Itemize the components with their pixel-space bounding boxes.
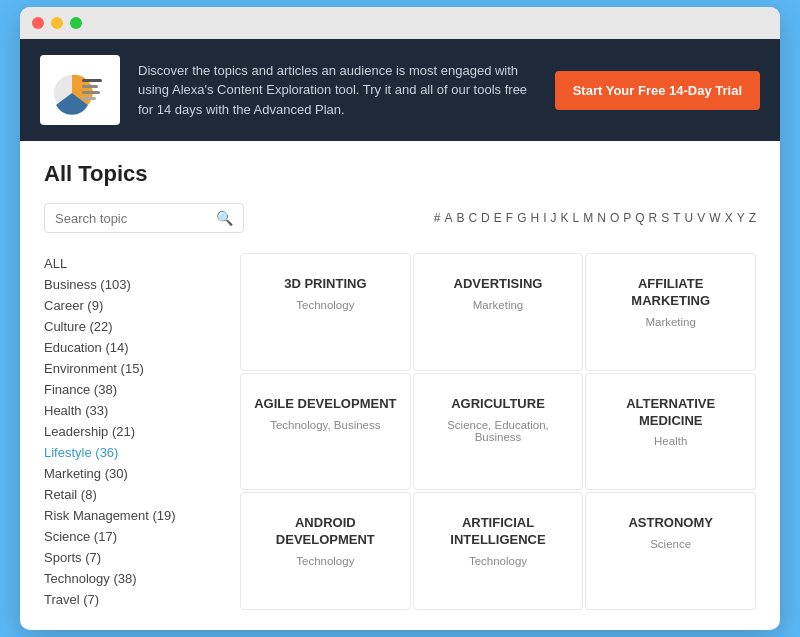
minimize-button[interactable] bbox=[51, 17, 63, 29]
maximize-button[interactable] bbox=[70, 17, 82, 29]
alpha-nav-n[interactable]: N bbox=[597, 211, 606, 225]
alpha-nav-y[interactable]: Y bbox=[737, 211, 745, 225]
alpha-nav-p[interactable]: P bbox=[623, 211, 631, 225]
topic-name: 3D PRINTING bbox=[253, 276, 398, 293]
topic-card[interactable]: AGILE DEVELOPMENTTechnology, Business bbox=[240, 373, 411, 491]
search-icon: 🔍 bbox=[216, 210, 233, 226]
sidebar-item[interactable]: Leadership (21) bbox=[44, 421, 224, 442]
topics-grid: 3D PRINTINGTechnologyADVERTISINGMarketin… bbox=[240, 253, 756, 610]
alpha-nav-w[interactable]: W bbox=[709, 211, 720, 225]
sidebar-item[interactable]: ALL bbox=[44, 253, 224, 274]
search-input[interactable] bbox=[55, 211, 208, 226]
alpha-nav-b[interactable]: B bbox=[456, 211, 464, 225]
alpha-nav-i[interactable]: I bbox=[543, 211, 546, 225]
sidebar-item[interactable]: Travel (7) bbox=[44, 589, 224, 610]
topic-category: Technology bbox=[253, 555, 398, 567]
topic-category: Technology, Business bbox=[253, 419, 398, 431]
topic-card[interactable]: ADVERTISINGMarketing bbox=[413, 253, 584, 371]
alpha-nav-m[interactable]: M bbox=[583, 211, 593, 225]
sidebar-item[interactable]: Business (103) bbox=[44, 274, 224, 295]
titlebar bbox=[20, 7, 780, 39]
topic-card[interactable]: ARTIFICIAL INTELLIGENCETechnology bbox=[413, 492, 584, 610]
alpha-nav-u[interactable]: U bbox=[685, 211, 694, 225]
alpha-nav-v[interactable]: V bbox=[697, 211, 705, 225]
topic-name: AFFILIATE MARKETING bbox=[598, 276, 743, 310]
sidebar-item[interactable]: Health (33) bbox=[44, 400, 224, 421]
alpha-nav-x[interactable]: X bbox=[725, 211, 733, 225]
topic-category: Technology bbox=[253, 299, 398, 311]
alpha-nav-j[interactable]: J bbox=[551, 211, 557, 225]
topic-name: ANDROID DEVELOPMENT bbox=[253, 515, 398, 549]
sidebar-item[interactable]: Retail (8) bbox=[44, 484, 224, 505]
alpha-nav-d[interactable]: D bbox=[481, 211, 490, 225]
topic-category: Health bbox=[598, 435, 743, 447]
sidebar-item[interactable]: Career (9) bbox=[44, 295, 224, 316]
alpha-nav-c[interactable]: C bbox=[468, 211, 477, 225]
topic-name: AGILE DEVELOPMENT bbox=[253, 396, 398, 413]
topic-name: ASTRONOMY bbox=[598, 515, 743, 532]
app-window: Discover the topics and articles an audi… bbox=[20, 7, 780, 630]
topic-card[interactable]: ANDROID DEVELOPMENTTechnology bbox=[240, 492, 411, 610]
alpha-nav-t[interactable]: T bbox=[673, 211, 680, 225]
topic-category: Science, Education, Business bbox=[426, 419, 571, 443]
sidebar-item[interactable]: Finance (38) bbox=[44, 379, 224, 400]
alpha-nav-s[interactable]: S bbox=[661, 211, 669, 225]
trial-cta-button[interactable]: Start Your Free 14-Day Trial bbox=[555, 71, 760, 110]
topic-card[interactable]: AGRICULTUREScience, Education, Business bbox=[413, 373, 584, 491]
main-content: All Topics 🔍 #ABCDEFGHIJKLMNOPQRSTUVWXYZ… bbox=[20, 141, 780, 630]
sidebar-item[interactable]: Risk Management (19) bbox=[44, 505, 224, 526]
main-area: ALLBusiness (103)Career (9)Culture (22)E… bbox=[44, 253, 756, 610]
alpha-nav-h[interactable]: H bbox=[530, 211, 539, 225]
banner-description: Discover the topics and articles an audi… bbox=[138, 61, 537, 120]
alpha-nav-o[interactable]: O bbox=[610, 211, 619, 225]
sidebar-item[interactable]: Culture (22) bbox=[44, 316, 224, 337]
sidebar-item[interactable]: Science (17) bbox=[44, 526, 224, 547]
logo-graphic bbox=[50, 63, 110, 118]
topic-category: Technology bbox=[426, 555, 571, 567]
alpha-nav-e[interactable]: E bbox=[494, 211, 502, 225]
alpha-navigation: #ABCDEFGHIJKLMNOPQRSTUVWXYZ bbox=[434, 211, 756, 225]
alpha-nav-#[interactable]: # bbox=[434, 211, 441, 225]
sidebar-item[interactable]: Sports (7) bbox=[44, 547, 224, 568]
promo-banner: Discover the topics and articles an audi… bbox=[20, 39, 780, 141]
alexa-logo bbox=[40, 55, 120, 125]
alpha-nav-f[interactable]: F bbox=[506, 211, 513, 225]
page-title: All Topics bbox=[44, 161, 756, 187]
alpha-nav-l[interactable]: L bbox=[573, 211, 580, 225]
svg-rect-3 bbox=[82, 91, 100, 94]
topic-card[interactable]: ALTERNATIVE MEDICINEHealth bbox=[585, 373, 756, 491]
sidebar: ALLBusiness (103)Career (9)Culture (22)E… bbox=[44, 253, 224, 610]
topic-card[interactable]: 3D PRINTINGTechnology bbox=[240, 253, 411, 371]
alpha-nav-q[interactable]: Q bbox=[635, 211, 644, 225]
toolbar: 🔍 #ABCDEFGHIJKLMNOPQRSTUVWXYZ bbox=[44, 203, 756, 233]
topic-category: Science bbox=[598, 538, 743, 550]
topic-name: ALTERNATIVE MEDICINE bbox=[598, 396, 743, 430]
topic-name: ARTIFICIAL INTELLIGENCE bbox=[426, 515, 571, 549]
sidebar-item[interactable]: Education (14) bbox=[44, 337, 224, 358]
topic-category: Marketing bbox=[598, 316, 743, 328]
close-button[interactable] bbox=[32, 17, 44, 29]
sidebar-item[interactable]: Lifestyle (36) bbox=[44, 442, 224, 463]
svg-rect-2 bbox=[82, 85, 98, 88]
alpha-nav-g[interactable]: G bbox=[517, 211, 526, 225]
sidebar-item[interactable]: Environment (15) bbox=[44, 358, 224, 379]
alpha-nav-z[interactable]: Z bbox=[749, 211, 756, 225]
sidebar-item[interactable]: Technology (38) bbox=[44, 568, 224, 589]
svg-rect-1 bbox=[82, 79, 102, 82]
alpha-nav-a[interactable]: A bbox=[444, 211, 452, 225]
topic-name: AGRICULTURE bbox=[426, 396, 571, 413]
topic-category: Marketing bbox=[426, 299, 571, 311]
svg-rect-4 bbox=[82, 97, 96, 100]
topic-card[interactable]: AFFILIATE MARKETINGMarketing bbox=[585, 253, 756, 371]
topic-name: ADVERTISING bbox=[426, 276, 571, 293]
search-box[interactable]: 🔍 bbox=[44, 203, 244, 233]
topic-card[interactable]: ASTRONOMYScience bbox=[585, 492, 756, 610]
sidebar-item[interactable]: Marketing (30) bbox=[44, 463, 224, 484]
alpha-nav-k[interactable]: K bbox=[561, 211, 569, 225]
alpha-nav-r[interactable]: R bbox=[649, 211, 658, 225]
